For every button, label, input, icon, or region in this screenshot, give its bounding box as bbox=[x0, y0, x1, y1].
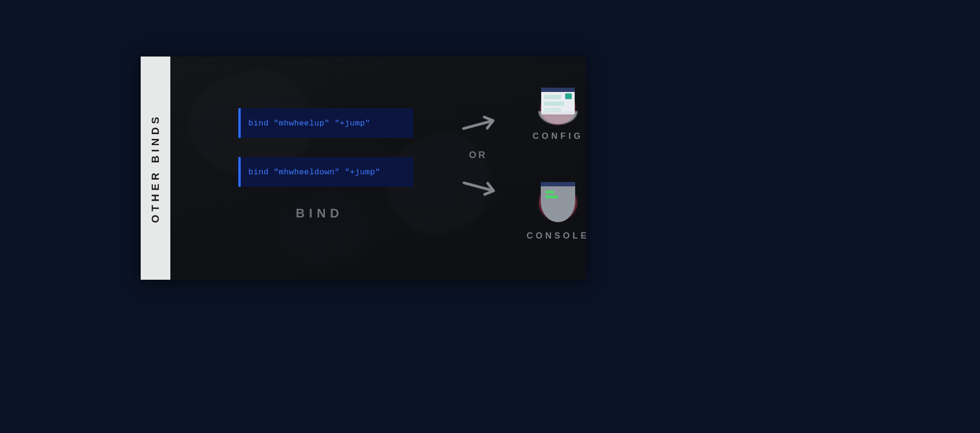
decor-blob bbox=[276, 191, 371, 267]
sidebar-title: OTHER BINDS bbox=[149, 114, 162, 223]
arrow-icon bbox=[459, 109, 501, 140]
bind-code-1: bind "mhwheelup" "+jump" bbox=[238, 108, 413, 138]
config-file-icon bbox=[538, 86, 578, 125]
dest-console: CONSOLE bbox=[529, 180, 587, 241]
bind-code-2: bind "mhwheeldown" "+jump" bbox=[238, 157, 413, 187]
console-icon bbox=[538, 180, 578, 224]
bind-section-label: BIND bbox=[296, 206, 344, 221]
or-label: OR bbox=[469, 149, 487, 160]
dest-console-label: CONSOLE bbox=[527, 231, 590, 241]
sidebar: OTHER BINDS bbox=[141, 57, 170, 280]
bind-code-2-text: bind "mhwheeldown" "+jump" bbox=[248, 168, 380, 177]
bind-code-1-text: bind "mhwheelup" "+jump" bbox=[248, 119, 370, 128]
dest-config: CONFIG bbox=[529, 86, 587, 141]
main-panel: bind "mhwheelup" "+jump" bind "mhwheeldo… bbox=[170, 57, 586, 280]
binds-card: OTHER BINDS bind "mhwheelup" "+jump" bin… bbox=[141, 57, 586, 280]
dest-config-label: CONFIG bbox=[533, 131, 583, 141]
